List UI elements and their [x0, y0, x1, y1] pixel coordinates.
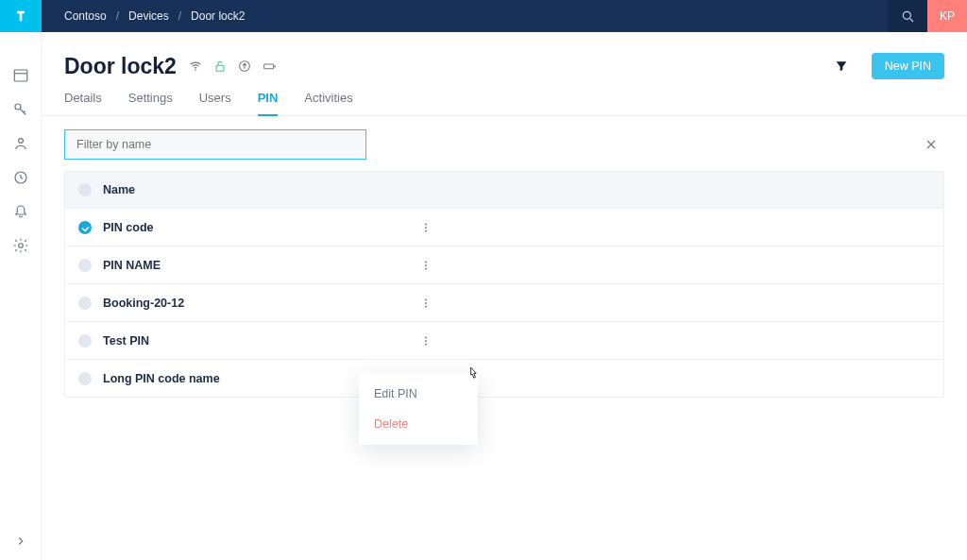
row-select-dot[interactable] [78, 221, 92, 234]
close-icon [924, 137, 939, 152]
svg-point-2 [15, 104, 21, 110]
close-filter-button[interactable] [918, 131, 944, 158]
row-select-dot[interactable] [78, 372, 92, 385]
nav-dashboard[interactable] [0, 59, 42, 93]
select-all-dot[interactable] [78, 183, 92, 196]
bell-icon [12, 203, 29, 220]
tabs: Details Settings Users PIN Activities [42, 79, 967, 116]
svg-point-21 [425, 305, 427, 307]
user-icon [12, 135, 29, 152]
row-actions-button[interactable] [415, 292, 437, 314]
svg-point-18 [425, 267, 427, 269]
row-select-dot[interactable] [78, 259, 92, 272]
firmware-upload-icon [237, 59, 252, 74]
svg-rect-9 [216, 65, 224, 71]
svg-point-20 [425, 302, 427, 304]
svg-point-14 [425, 227, 427, 229]
kebab-icon [419, 297, 433, 310]
tab-activities[interactable]: Activities [304, 91, 352, 116]
table-row[interactable]: PIN code [65, 208, 943, 246]
svg-rect-11 [264, 64, 274, 69]
breadcrumb-sep: / [116, 9, 119, 23]
tab-users[interactable]: Users [199, 91, 231, 116]
row-actions-button[interactable] [415, 216, 437, 239]
svg-point-24 [425, 343, 427, 345]
tab-details[interactable]: Details [64, 91, 102, 116]
kebab-icon [419, 334, 433, 348]
global-search-button[interactable] [888, 0, 927, 32]
kebab-icon [419, 221, 433, 234]
page-title: Door lock2 [64, 54, 177, 79]
breadcrumb-sep: / [178, 9, 181, 23]
grid-header: Name [65, 172, 943, 208]
key-icon [12, 101, 29, 118]
svg-rect-0 [14, 70, 27, 81]
svg-point-13 [425, 223, 427, 225]
clock-icon [12, 169, 29, 186]
funnel-icon [834, 59, 849, 74]
page-header: Door lock2 New PIN [42, 32, 967, 79]
nav-settings[interactable] [0, 229, 42, 263]
battery-icon [262, 59, 277, 74]
row-context-menu: Edit PIN Delete [359, 373, 478, 445]
row-name: PIN code [103, 221, 415, 234]
menu-delete[interactable]: Delete [359, 409, 478, 439]
row-select-dot[interactable] [78, 297, 92, 310]
menu-edit-pin[interactable]: Edit PIN [359, 379, 478, 409]
window-icon [12, 67, 29, 84]
breadcrumb-item-2[interactable]: Door lock2 [191, 9, 245, 23]
row-name: PIN NAME [103, 259, 415, 272]
rail-expand-button[interactable] [0, 522, 42, 560]
col-name-header: Name [103, 183, 135, 196]
filter-input-wrap[interactable] [64, 129, 366, 160]
table-row[interactable]: Long PIN code name [65, 359, 943, 397]
wifi-icon [188, 59, 203, 74]
svg-rect-12 [274, 65, 275, 67]
breadcrumb-item-0[interactable]: Contoso [64, 9, 107, 23]
table-row[interactable]: Booking-20-12 [65, 283, 943, 321]
breadcrumb: Contoso / Devices / Door lock2 [42, 9, 245, 23]
svg-line-7 [910, 19, 913, 22]
svg-point-16 [425, 261, 427, 263]
user-avatar[interactable]: KP [927, 0, 967, 32]
user-initials: KP [940, 9, 955, 23]
svg-point-17 [425, 264, 427, 266]
nav-alerts[interactable] [0, 195, 42, 229]
search-icon [900, 8, 915, 24]
svg-point-8 [195, 69, 196, 71]
nav-keys[interactable] [0, 93, 42, 127]
device-status-icons [188, 59, 277, 74]
table-row[interactable]: Test PIN [65, 321, 943, 359]
svg-point-22 [425, 336, 427, 338]
brand-logo[interactable] [0, 0, 42, 32]
row-select-dot[interactable] [78, 334, 92, 348]
filter-bar [64, 129, 944, 160]
nav-activity[interactable] [0, 161, 42, 195]
row-actions-button[interactable] [415, 330, 437, 352]
top-bar: Contoso / Devices / Door lock2 KP [42, 0, 967, 32]
filter-toggle-button[interactable] [832, 57, 851, 76]
breadcrumb-item-1[interactable]: Devices [128, 9, 169, 23]
row-name: Test PIN [103, 334, 415, 348]
svg-point-15 [425, 229, 427, 231]
svg-point-3 [18, 139, 23, 144]
tab-pin[interactable]: PIN [258, 91, 279, 116]
filter-input[interactable] [76, 138, 354, 151]
brand-t-icon [13, 8, 28, 24]
content-area: Name PIN code PIN NAME [42, 116, 967, 411]
left-nav-rail [0, 0, 42, 560]
pin-grid: Name PIN code PIN NAME [64, 171, 944, 398]
chevron-right-icon [14, 535, 27, 548]
svg-point-6 [903, 11, 910, 19]
new-pin-button[interactable]: New PIN [872, 53, 944, 79]
gear-icon [12, 237, 29, 254]
svg-point-19 [425, 298, 427, 300]
nav-users[interactable] [0, 127, 42, 161]
row-actions-button[interactable] [415, 254, 437, 277]
kebab-icon [419, 259, 433, 272]
svg-point-5 [18, 244, 23, 248]
lock-open-icon [212, 59, 228, 74]
tab-settings[interactable]: Settings [128, 91, 173, 116]
row-name: Booking-20-12 [103, 297, 415, 310]
table-row[interactable]: PIN NAME [65, 246, 943, 283]
